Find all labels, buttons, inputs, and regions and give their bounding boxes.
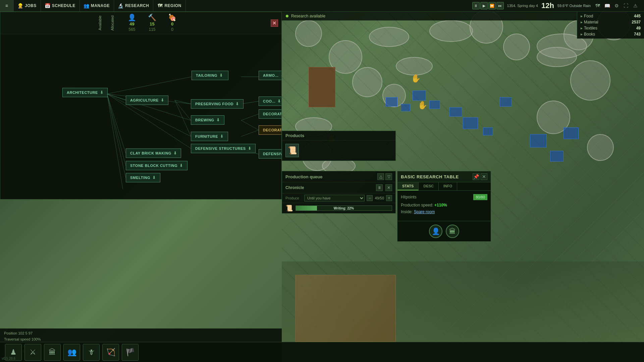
faster-button[interactable]: ⏭ [496,2,504,9]
toolbar-btn-bow[interactable]: 🏹 [102,344,119,361]
research-button[interactable]: 🔬 RESEARCH [114,0,153,11]
hitpoints-label: Hitpoints [401,195,417,199]
queue-pause-btn[interactable]: ⏸ [376,184,383,191]
hud-alert-icon[interactable]: ⚠ [632,2,639,9]
research-icon: 🔬 [118,3,123,8]
building-blue-4 [429,101,440,109]
research-dot [286,15,288,17]
building-blue-8 [500,97,512,107]
produce-decrease-btn[interactable]: − [367,195,373,201]
bottom-toolbar: ♟ ⚔ 🏛 👥 🗡 🏹 🏴 v0.5.28.6 [0,342,644,362]
pause-button[interactable]: ⏸ [472,2,480,9]
fast-forward-button[interactable]: ⏩ [488,2,496,9]
tech-node-decorative2[interactable]: DECORATIVE S... [259,125,281,135]
rt-pin-btn[interactable]: 📌 [473,173,479,180]
resource-books-value: 743 [634,32,641,37]
svg-line-15 [241,114,259,120]
production-speed-row: Production speed: +110% [401,203,487,207]
resource-material-row[interactable]: Material 2537 [577,19,644,25]
rt-tabs: STATS DESC INFO [397,182,491,191]
stone-path-2 [396,57,433,75]
tech-node-stone-block[interactable]: STONE BLOCK CUTTING [126,161,187,170]
rt-content: Hitpoints 80/80 Production speed: +110% … [397,191,491,218]
produce-increase-btn[interactable]: + [386,195,392,201]
schedule-icon: 📅 [45,3,50,8]
hud-fullscreen-icon[interactable]: ⛶ [622,2,630,9]
toolbar-btn-weapon[interactable]: 🗡 [83,344,100,361]
svg-line-8 [107,94,126,178]
research-table-header: BASIC RESEARCH TABLE 📌 ✕ [397,171,491,182]
tech-node-preserving-food[interactable]: PRESERVING FOOD [191,99,244,109]
tech-node-agriculture[interactable]: AGRICULTURE [126,96,168,105]
toolbar-btn-building[interactable]: 🏛 [44,344,61,361]
people-icon: 👤 [128,14,136,21]
toolbar-btn-colonists[interactable]: 👥 [63,344,80,361]
region-button[interactable]: 🗺 REGION [153,0,185,11]
jobs-button[interactable]: 👷 JOBS [14,0,41,11]
menu-button[interactable]: ≡ [0,0,14,11]
manage-button[interactable]: 👥 MANAGE [80,0,114,11]
building-blue-6 [463,117,478,129]
resource-textiles-value: 49 [636,26,641,31]
tech-node-defensive-structures[interactable]: DEFENSIVE STRUCTURES [191,144,256,153]
progress-text: Writing: 22% [334,206,354,210]
writing-icon: 📜 [285,204,293,212]
inside-row: Inside: Spare room [401,209,487,214]
product-chronicle-icon[interactable]: 📜 [285,144,299,157]
play-button[interactable]: ▶ [480,2,488,9]
products-content: 📜 [282,140,395,161]
hud-settings-icon[interactable]: ⚙ [613,2,620,9]
toolbar-btn-flag[interactable]: 🏴 [122,344,139,361]
people-available: 49 [129,21,134,26]
food-icon: 🍖 [168,14,176,21]
tech-node-decorative1[interactable]: DECORATIV... [259,109,281,119]
toolbar-btn-combat[interactable]: ⚔ [24,344,41,361]
tech-node-tailoring[interactable]: TAILORING [192,71,228,80]
tech-panel-close[interactable]: ✕ [271,19,278,27]
tech-tree-area[interactable]: ARCHITECTURE TAILORING ARMO... AGRICULTU… [0,34,281,189]
inside-label: Inside: [401,209,413,214]
tech-node-smelting[interactable]: SMELTING [126,173,160,182]
resource-books-row[interactable]: Books 743 [577,31,644,37]
tab-stats[interactable]: STATS [397,182,419,190]
available-label: Available [98,15,102,30]
resource-col-food: 🍖 0 0 [168,14,176,32]
stone-circle-6 [503,34,530,60]
queue-up-btn[interactable]: △ [377,173,384,180]
tab-desc[interactable]: DESC [419,182,439,190]
queue-down-btn[interactable]: ▽ [385,173,392,180]
tech-node-architecture[interactable]: ARCHITECTURE [62,88,108,97]
tech-node-armoring[interactable]: ARMO... [259,71,281,80]
hitpoints-row: Hitpoints 80/80 [401,194,487,200]
tools-icon: 🔨 [148,14,156,21]
products-title: Products [285,133,304,138]
playback-controls: ⏸ ▶ ⏩ ⏭ [472,2,504,9]
products-header: Products [282,131,395,140]
tech-node-clay-brick[interactable]: CLAY BRICK MAKING [126,148,181,158]
building-blue-5 [449,107,462,117]
rt-close-btn[interactable]: ✕ [481,173,487,180]
tab-info[interactable]: INFO [439,182,457,190]
inside-link[interactable]: Spare room [414,209,435,214]
svg-line-7 [107,94,126,166]
progress-row: 📜 Writing: 22% [282,203,395,213]
hud-map-icon[interactable]: 🗺 [594,2,601,9]
stone-circle-12 [587,134,614,161]
rt-person-btn[interactable]: 👤 [429,225,442,238]
tech-node-defensive-st2[interactable]: DEFENSIVE ST... [259,149,281,159]
rt-building-btn[interactable]: 🏛 [446,225,459,238]
tech-node-furniture[interactable]: FURNITURE [191,132,228,141]
tech-node-brewing[interactable]: BREWING [191,115,224,125]
svg-line-12 [175,100,191,136]
schedule-button[interactable]: 📅 SCHEDULE [41,0,80,11]
produce-select[interactable]: Until you have Continuously Fixed amount [304,195,365,201]
resource-food-row[interactable]: Food 445 [577,13,644,19]
hud-book-icon[interactable]: 📖 [603,2,611,9]
queue-close-btn[interactable]: ✕ [385,184,392,191]
progress-bar: Writing: 22% [296,205,392,211]
resource-textiles-row[interactable]: Textiles 49 [577,25,644,31]
rt-header-icons: 📌 ✕ [473,173,487,180]
tech-panel-header: Available Allocated 👤 49 565 🔨 15 115 🍖 … [0,12,281,34]
jobs-icon: 👷 [18,3,23,8]
tech-node-cooking[interactable]: COO... [259,97,281,106]
